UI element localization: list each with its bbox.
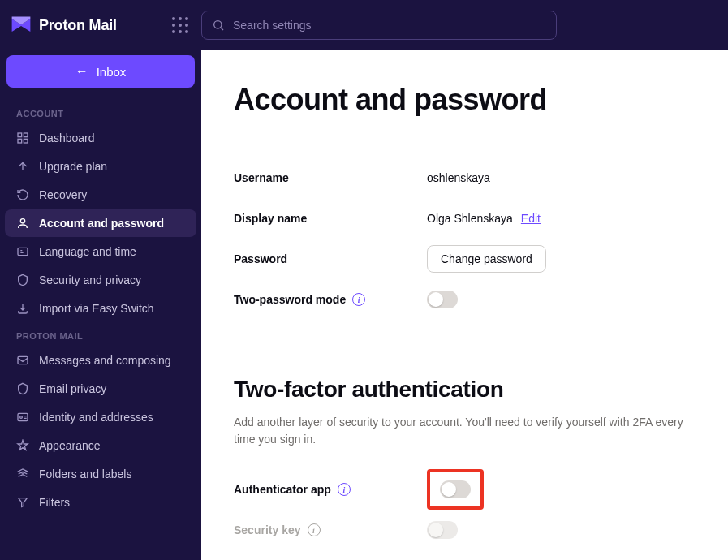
sidebar-item-label: Import via Easy Switch xyxy=(39,302,154,315)
svg-point-6 xyxy=(20,219,24,223)
proton-logo-icon xyxy=(10,14,32,37)
sidebar-item-recovery[interactable]: Recovery xyxy=(5,181,196,209)
account-icon xyxy=(16,217,29,230)
sidebar-item-label: Dashboard xyxy=(39,131,95,144)
identity-icon xyxy=(16,411,29,424)
topbar: Proton Mail xyxy=(0,0,728,50)
sidebar-item-language[interactable]: Language and time xyxy=(5,238,196,265)
arrow-left-icon: ← xyxy=(75,64,88,79)
svg-rect-5 xyxy=(24,139,28,143)
sidebar-item-label: Email privacy xyxy=(39,382,106,395)
sidebar-item-email-privacy[interactable]: Email privacy xyxy=(5,375,196,403)
sidebar-item-label: Upgrade plan xyxy=(39,160,107,173)
sidebar-item-folders[interactable]: Folders and labels xyxy=(5,460,196,488)
dashboard-icon xyxy=(16,131,29,144)
security-key-label: Security key xyxy=(234,523,301,536)
upgrade-icon xyxy=(16,160,29,173)
svg-line-1 xyxy=(221,28,223,30)
row-security-key: Security key i xyxy=(234,510,696,550)
sidebar-item-label: Messages and composing xyxy=(39,354,171,367)
sidebar-item-label: Language and time xyxy=(39,245,136,258)
search-box[interactable] xyxy=(201,11,557,40)
username-label: Username xyxy=(234,171,427,184)
sidebar-item-label: Folders and labels xyxy=(39,467,131,480)
tfa-description: Add another layer of security to your ac… xyxy=(234,414,696,448)
appearance-icon xyxy=(16,439,29,452)
logo[interactable]: Proton Mail xyxy=(10,14,172,37)
sidebar-item-label: Security and privacy xyxy=(39,274,141,286)
authenticator-toggle[interactable] xyxy=(440,480,471,498)
shield-icon xyxy=(16,274,29,286)
highlight-annotation xyxy=(427,469,484,510)
change-password-button[interactable]: Change password xyxy=(427,245,546,273)
security-key-toggle xyxy=(427,521,458,539)
svg-rect-8 xyxy=(18,356,28,364)
sidebar-item-upgrade[interactable]: Upgrade plan xyxy=(5,153,196,180)
sidebar-item-label: Filters xyxy=(39,496,70,509)
sidebar-item-dashboard[interactable]: Dashboard xyxy=(5,124,196,152)
privacy-icon xyxy=(16,382,29,395)
svg-rect-3 xyxy=(24,133,28,137)
import-icon xyxy=(16,302,29,315)
inbox-label: Inbox xyxy=(97,65,127,79)
main-content: Account and password Username oshlenskay… xyxy=(201,50,728,560)
sidebar-item-label: Identity and addresses xyxy=(39,411,153,424)
sidebar-item-filters[interactable]: Filters xyxy=(5,489,196,516)
row-two-password: Two-password mode i xyxy=(234,279,696,320)
sidebar-item-messages[interactable]: Messages and composing xyxy=(5,347,196,374)
filters-icon xyxy=(16,496,29,509)
svg-rect-7 xyxy=(18,248,28,255)
app-name: Proton Mail xyxy=(39,17,117,34)
info-icon[interactable]: i xyxy=(352,293,365,306)
two-password-toggle[interactable] xyxy=(427,291,458,308)
folders-icon xyxy=(16,467,29,480)
row-displayname: Display name Olga Shlenskaya Edit xyxy=(234,198,696,239)
search-icon xyxy=(212,19,225,32)
sidebar-item-security[interactable]: Security and privacy xyxy=(5,266,196,294)
sidebar-item-identity[interactable]: Identity and addresses xyxy=(5,403,196,431)
svg-point-10 xyxy=(20,416,23,419)
sidebar-item-label: Account and password xyxy=(39,217,164,230)
search-input[interactable] xyxy=(233,19,546,32)
page-title: Account and password xyxy=(234,83,696,117)
section-mail-label: PROTON MAIL xyxy=(5,323,196,346)
section-account-label: ACCOUNT xyxy=(5,101,196,123)
apps-switcher-icon[interactable] xyxy=(172,17,188,33)
sidebar-item-account-password[interactable]: Account and password xyxy=(5,209,196,237)
sidebar: ← Inbox ACCOUNT Dashboard Upgrade plan R… xyxy=(0,50,201,560)
displayname-label: Display name xyxy=(234,212,427,225)
language-icon xyxy=(16,245,29,258)
edit-displayname-link[interactable]: Edit xyxy=(521,212,541,225)
svg-point-0 xyxy=(214,21,222,28)
sidebar-item-appearance[interactable]: Appearance xyxy=(5,432,196,459)
row-username: Username oshlenskaya xyxy=(234,157,696,198)
recovery-icon xyxy=(16,188,29,201)
inbox-button[interactable]: ← Inbox xyxy=(6,55,195,88)
two-password-label: Two-password mode xyxy=(234,293,346,306)
svg-rect-4 xyxy=(18,139,22,143)
svg-rect-2 xyxy=(18,133,22,137)
authenticator-label: Authenticator app xyxy=(234,483,331,496)
sidebar-item-label: Recovery xyxy=(39,188,87,201)
row-password: Password Change password xyxy=(234,239,696,279)
info-icon[interactable]: i xyxy=(308,523,321,536)
sidebar-item-label: Appearance xyxy=(39,439,101,452)
sidebar-item-import[interactable]: Import via Easy Switch xyxy=(5,295,196,322)
displayname-value: Olga Shlenskaya xyxy=(427,212,513,225)
messages-icon xyxy=(16,354,29,367)
password-label: Password xyxy=(234,252,427,265)
info-icon[interactable]: i xyxy=(338,483,351,496)
tfa-heading: Two-factor authentication xyxy=(234,377,696,403)
row-authenticator: Authenticator app i xyxy=(234,469,696,510)
username-value: oshlenskaya xyxy=(427,171,490,184)
